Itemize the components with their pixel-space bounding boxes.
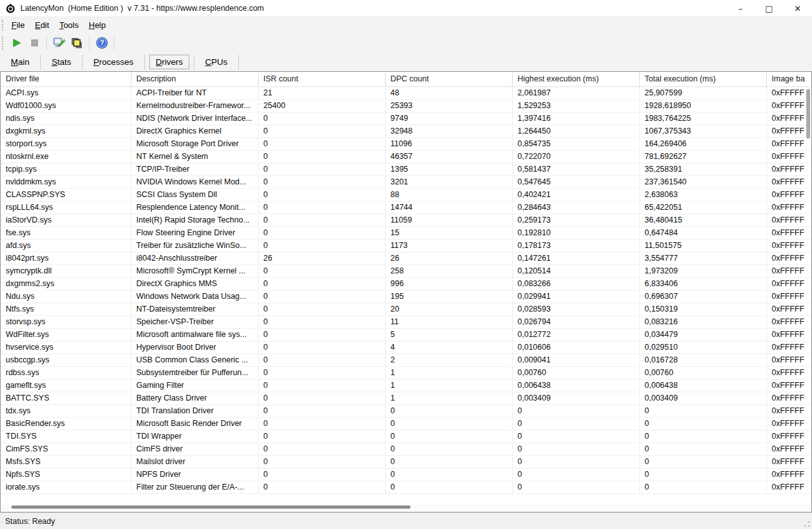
table-row[interactable]: dxgkrnl.sys DirectX Graphics Kernel 0 32… — [1, 125, 812, 137]
table-row[interactable]: iorate.sys Filter zur Steuerung der E/A-… — [1, 481, 812, 493]
horizontal-scrollbar-thumb[interactable] — [11, 505, 410, 509]
column-header-isr-count[interactable]: ISR count — [258, 72, 385, 86]
table-row[interactable]: WdFilter.sys Microsoft antimalware file … — [1, 328, 812, 341]
cell-total-execution: 36,480415 — [639, 214, 766, 226]
cell-description: Microsoft Basic Render Driver — [131, 417, 258, 430]
cell-dpc-count: 0 — [385, 481, 512, 493]
cell-isr-count: 0 — [258, 328, 385, 341]
cell-isr-count: 0 — [258, 366, 385, 379]
minimize-button[interactable]: – — [726, 0, 755, 17]
help-button[interactable]: ? — [93, 36, 110, 51]
menu-tools[interactable]: Tools — [54, 18, 83, 32]
stop-monitor-button[interactable] — [26, 36, 43, 51]
start-monitor-button[interactable] — [8, 36, 25, 51]
cell-total-execution: 1,973209 — [639, 264, 766, 277]
cell-isr-count: 0 — [258, 226, 385, 239]
vertical-scrollbar-thumb[interactable] — [806, 89, 810, 139]
cell-image-base: 0xFFFFF — [766, 354, 812, 366]
table-row[interactable]: ACPI.sys ACPI-Treiber für NT 21 48 2,061… — [1, 86, 812, 99]
help-icon: ? — [96, 37, 108, 49]
table-row[interactable]: symcryptk.dll Microsoft® SymCrypt Kernel… — [1, 264, 812, 277]
table-row[interactable]: ndis.sys NDIS (Network Driver Interface.… — [1, 112, 812, 125]
cell-description: TDI Wrapper — [131, 430, 258, 443]
table-row[interactable]: nvlddmkm.sys NVIDIA Windows Kernel Mod..… — [1, 175, 812, 188]
table-row[interactable]: BATTC.SYS Battery Class Driver 0 1 0,003… — [1, 392, 812, 404]
table-row[interactable]: ntoskrnl.exe NT Kernel & System 0 46357 … — [1, 150, 812, 163]
menu-file[interactable]: File — [6, 18, 30, 32]
column-header-image-base[interactable]: Image ba — [766, 72, 812, 86]
table-row[interactable]: i8042prt.sys i8042-Anschlusstreiber 26 2… — [1, 252, 812, 264]
column-header-driver-file[interactable]: Driver file — [1, 72, 131, 86]
table-row[interactable]: BasicRender.sys Microsoft Basic Render D… — [1, 417, 812, 430]
latencymon-app-icon — [6, 4, 15, 13]
table-row[interactable]: hvservice.sys Hypervisor Boot Driver 0 4… — [1, 341, 812, 354]
table-row[interactable]: CimFS.SYS CimFS driver 0 0 0 0 0xFFFFF — [1, 443, 812, 455]
horizontal-scrollbar[interactable] — [2, 503, 810, 511]
cell-dpc-count: 15 — [385, 226, 512, 239]
cell-highest-execution: 0,00760 — [512, 366, 639, 379]
toolbar: ? — [0, 33, 812, 53]
table-row[interactable]: CLASSPNP.SYS SCSI Class System Dll 0 88 … — [1, 188, 812, 201]
cell-driver-file: iaStorVD.sys — [1, 214, 131, 226]
cell-image-base: 0xFFFFF — [766, 430, 812, 443]
table-row[interactable]: tcpip.sys TCP/IP-Treiber 0 1395 0,581437… — [1, 163, 812, 175]
table-row[interactable]: rspLLL64.sys Resplendence Latency Monit.… — [1, 201, 812, 214]
table-row[interactable]: storvsp.sys Speicher-VSP-Treiber 0 11 0,… — [1, 315, 812, 328]
table-row[interactable]: Npfs.SYS NPFS Driver 0 0 0 0 0xFFFFF — [1, 468, 812, 481]
options-button[interactable] — [51, 36, 67, 51]
column-header-total-execution[interactable]: Total execution (ms) — [639, 72, 766, 86]
copy-report-button[interactable] — [69, 36, 85, 51]
table-row[interactable]: Msfs.SYS Mailslot driver 0 0 0 0 0xFFFFF — [1, 455, 812, 468]
table-row[interactable]: usbccgp.sys USB Common Class Generic ...… — [1, 354, 812, 366]
table-row[interactable]: afd.sys Treiber für zusätzliche WinSo...… — [1, 239, 812, 252]
tab-processes[interactable]: Processes — [87, 55, 140, 69]
cell-description: Flow Steering Engine Driver — [131, 226, 258, 239]
table-row[interactable]: gameflt.sys Gaming Filter 0 1 0,006438 0… — [1, 379, 812, 392]
cell-highest-execution: 0,581437 — [512, 163, 639, 175]
maximize-button[interactable]: □ — [755, 0, 783, 17]
cell-driver-file: ACPI.sys — [1, 86, 131, 99]
table-row[interactable]: Ntfs.sys NT-Dateisystemtreiber 0 20 0,02… — [1, 303, 812, 315]
cell-driver-file: hvservice.sys — [1, 341, 131, 354]
table-row[interactable]: Wdf01000.sys Kernelmodustreiber-Framewor… — [1, 99, 812, 112]
menu-edit[interactable]: Edit — [30, 18, 54, 32]
cell-image-base: 0xFFFFF — [766, 125, 812, 137]
column-header-description[interactable]: Description — [131, 72, 258, 86]
table-row[interactable]: TDI.SYS TDI Wrapper 0 0 0 0 0xFFFFF — [1, 430, 812, 443]
cell-description: CimFS driver — [131, 443, 258, 455]
cell-description: Windows Network Data Usag... — [131, 290, 258, 303]
cell-isr-count: 0 — [258, 468, 385, 481]
menu-bar: File Edit Tools Help — [0, 17, 812, 33]
cell-dpc-count: 20 — [385, 303, 512, 315]
cell-total-execution: 11,501575 — [639, 239, 766, 252]
tab-drivers[interactable]: Drivers — [149, 55, 189, 69]
table-row[interactable]: fse.sys Flow Steering Engine Driver 0 15… — [1, 226, 812, 239]
tab-stats[interactable]: Stats — [45, 55, 78, 69]
cell-driver-file: storvsp.sys — [1, 315, 131, 328]
cell-image-base: 0xFFFFF — [766, 341, 812, 354]
table-row[interactable]: iaStorVD.sys Intel(R) Rapid Storage Tech… — [1, 214, 812, 226]
cell-highest-execution: 1,529253 — [512, 99, 639, 112]
tab-main[interactable]: Main — [4, 55, 36, 69]
cell-description: Resplendence Latency Monit... — [131, 201, 258, 214]
tab-cpus[interactable]: CPUs — [199, 55, 234, 69]
menu-help[interactable]: Help — [84, 18, 111, 32]
table-row[interactable]: rdbss.sys Subsystemtreiber für Pufferun.… — [1, 366, 812, 379]
table-row[interactable]: Ndu.sys Windows Network Data Usag... 0 1… — [1, 290, 812, 303]
cell-dpc-count: 0 — [385, 404, 512, 417]
table-row[interactable]: tdx.sys TDI Translation Driver 0 0 0 0 0… — [1, 404, 812, 417]
table-row[interactable]: storport.sys Microsoft Storage Port Driv… — [1, 137, 812, 150]
cell-isr-count: 0 — [258, 354, 385, 366]
resize-grip[interactable] — [804, 521, 810, 527]
cell-total-execution: 0 — [639, 404, 766, 417]
cell-image-base: 0xFFFFF — [766, 404, 812, 417]
cell-dpc-count: 11059 — [385, 214, 512, 226]
close-button[interactable]: ✕ — [783, 0, 812, 17]
column-header-dpc-count[interactable]: DPC count — [385, 72, 512, 86]
column-header-highest-execution[interactable]: Highest execution (ms) — [512, 72, 639, 86]
cell-isr-count: 0 — [258, 201, 385, 214]
cell-driver-file: symcryptk.dll — [1, 264, 131, 277]
toolbar-separator — [46, 36, 47, 50]
table-row[interactable]: dxgmms2.sys DirectX Graphics MMS 0 996 0… — [1, 277, 812, 290]
cell-image-base: 0xFFFFF — [766, 468, 812, 481]
